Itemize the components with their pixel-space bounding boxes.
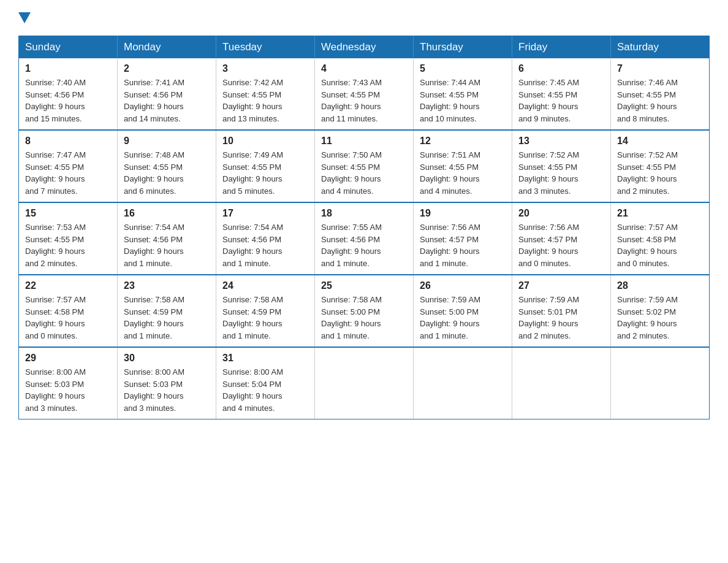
day-info: Sunrise: 7:51 AM Sunset: 4:55 PM Dayligh… — [420, 149, 506, 197]
calendar-table: SundayMondayTuesdayWednesdayThursdayFrid… — [18, 36, 710, 419]
day-info: Sunrise: 7:54 AM Sunset: 4:56 PM Dayligh… — [124, 221, 210, 269]
calendar-week-row: 1 Sunrise: 7:40 AM Sunset: 4:56 PM Dayli… — [19, 58, 710, 130]
day-number: 23 — [124, 280, 210, 291]
day-number: 4 — [321, 63, 407, 74]
calendar-cell — [512, 347, 611, 419]
header-thursday: Thursday — [414, 36, 512, 59]
day-number: 26 — [420, 280, 506, 291]
day-info: Sunrise: 8:00 AM Sunset: 5:03 PM Dayligh… — [25, 366, 111, 414]
day-number: 15 — [25, 208, 111, 219]
day-info: Sunrise: 7:45 AM Sunset: 4:55 PM Dayligh… — [518, 77, 604, 124]
day-number: 2 — [124, 63, 210, 74]
calendar-cell: 3 Sunrise: 7:42 AM Sunset: 4:55 PM Dayli… — [216, 58, 315, 130]
calendar-cell: 7 Sunrise: 7:46 AM Sunset: 4:55 PM Dayli… — [611, 58, 710, 130]
day-info: Sunrise: 7:56 AM Sunset: 4:57 PM Dayligh… — [420, 221, 506, 269]
header-sunday: Sunday — [19, 36, 118, 59]
calendar-cell: 19 Sunrise: 7:56 AM Sunset: 4:57 PM Dayl… — [414, 202, 512, 275]
day-number: 11 — [321, 136, 407, 147]
calendar-cell: 12 Sunrise: 7:51 AM Sunset: 4:55 PM Dayl… — [414, 130, 512, 202]
day-number: 19 — [420, 208, 506, 219]
header-wednesday: Wednesday — [315, 36, 414, 59]
day-info: Sunrise: 7:54 AM Sunset: 4:56 PM Dayligh… — [222, 221, 308, 269]
calendar-week-row: 8 Sunrise: 7:47 AM Sunset: 4:55 PM Dayli… — [19, 130, 710, 202]
calendar-cell: 10 Sunrise: 7:49 AM Sunset: 4:55 PM Dayl… — [216, 130, 315, 202]
calendar-cell: 22 Sunrise: 7:57 AM Sunset: 4:58 PM Dayl… — [19, 275, 118, 347]
day-info: Sunrise: 7:56 AM Sunset: 4:57 PM Dayligh… — [518, 221, 604, 269]
day-info: Sunrise: 7:52 AM Sunset: 4:55 PM Dayligh… — [617, 149, 703, 197]
calendar-cell: 27 Sunrise: 7:59 AM Sunset: 5:01 PM Dayl… — [512, 275, 611, 347]
day-info: Sunrise: 7:49 AM Sunset: 4:55 PM Dayligh… — [222, 149, 308, 197]
calendar-cell: 15 Sunrise: 7:53 AM Sunset: 4:55 PM Dayl… — [19, 202, 118, 275]
calendar-cell: 20 Sunrise: 7:56 AM Sunset: 4:57 PM Dayl… — [512, 202, 611, 275]
day-info: Sunrise: 7:58 AM Sunset: 4:59 PM Dayligh… — [222, 294, 308, 342]
day-info: Sunrise: 7:42 AM Sunset: 4:55 PM Dayligh… — [222, 77, 308, 124]
day-number: 27 — [518, 280, 604, 291]
day-number: 7 — [617, 63, 703, 74]
calendar-cell: 13 Sunrise: 7:52 AM Sunset: 4:55 PM Dayl… — [512, 130, 611, 202]
day-info: Sunrise: 7:59 AM Sunset: 5:02 PM Dayligh… — [617, 294, 703, 342]
day-number: 9 — [124, 136, 210, 147]
logo-triangle-icon — [18, 12, 31, 23]
day-number: 17 — [222, 208, 308, 219]
day-number: 18 — [321, 208, 407, 219]
calendar-header-row: SundayMondayTuesdayWednesdayThursdayFrid… — [19, 36, 710, 59]
header-monday: Monday — [118, 36, 216, 59]
header-saturday: Saturday — [611, 36, 710, 59]
calendar-cell: 26 Sunrise: 7:59 AM Sunset: 5:00 PM Dayl… — [414, 275, 512, 347]
calendar-cell: 24 Sunrise: 7:58 AM Sunset: 4:59 PM Dayl… — [216, 275, 315, 347]
calendar-cell: 11 Sunrise: 7:50 AM Sunset: 4:55 PM Dayl… — [315, 130, 414, 202]
day-info: Sunrise: 7:53 AM Sunset: 4:55 PM Dayligh… — [25, 221, 111, 269]
day-info: Sunrise: 7:58 AM Sunset: 4:59 PM Dayligh… — [124, 294, 210, 342]
calendar-cell: 5 Sunrise: 7:44 AM Sunset: 4:55 PM Dayli… — [414, 58, 512, 130]
day-info: Sunrise: 7:52 AM Sunset: 4:55 PM Dayligh… — [518, 149, 604, 197]
day-number: 8 — [25, 136, 111, 147]
logo-blue-text — [18, 12, 33, 25]
logo — [18, 12, 33, 25]
calendar-cell: 9 Sunrise: 7:48 AM Sunset: 4:55 PM Dayli… — [118, 130, 216, 202]
day-number: 28 — [617, 280, 703, 291]
day-number: 16 — [124, 208, 210, 219]
calendar-cell: 28 Sunrise: 7:59 AM Sunset: 5:02 PM Dayl… — [611, 275, 710, 347]
calendar-cell: 6 Sunrise: 7:45 AM Sunset: 4:55 PM Dayli… — [512, 58, 611, 130]
calendar-cell: 4 Sunrise: 7:43 AM Sunset: 4:55 PM Dayli… — [315, 58, 414, 130]
day-number: 10 — [222, 136, 308, 147]
calendar-cell: 16 Sunrise: 7:54 AM Sunset: 4:56 PM Dayl… — [118, 202, 216, 275]
day-number: 29 — [25, 353, 111, 364]
day-info: Sunrise: 7:59 AM Sunset: 5:00 PM Dayligh… — [420, 294, 506, 342]
day-info: Sunrise: 7:59 AM Sunset: 5:01 PM Dayligh… — [518, 294, 604, 342]
day-number: 14 — [617, 136, 703, 147]
day-number: 12 — [420, 136, 506, 147]
day-info: Sunrise: 7:50 AM Sunset: 4:55 PM Dayligh… — [321, 149, 407, 197]
day-info: Sunrise: 8:00 AM Sunset: 5:04 PM Dayligh… — [222, 366, 308, 414]
day-number: 20 — [518, 208, 604, 219]
day-info: Sunrise: 7:57 AM Sunset: 4:58 PM Dayligh… — [617, 221, 703, 269]
day-number: 5 — [420, 63, 506, 74]
calendar-cell: 2 Sunrise: 7:41 AM Sunset: 4:56 PM Dayli… — [118, 58, 216, 130]
calendar-cell: 25 Sunrise: 7:58 AM Sunset: 5:00 PM Dayl… — [315, 275, 414, 347]
header — [18, 12, 710, 25]
calendar-cell: 31 Sunrise: 8:00 AM Sunset: 5:04 PM Dayl… — [216, 347, 315, 419]
day-number: 3 — [222, 63, 308, 74]
day-info: Sunrise: 7:47 AM Sunset: 4:55 PM Dayligh… — [25, 149, 111, 197]
calendar-cell: 14 Sunrise: 7:52 AM Sunset: 4:55 PM Dayl… — [611, 130, 710, 202]
day-info: Sunrise: 7:57 AM Sunset: 4:58 PM Dayligh… — [25, 294, 111, 342]
day-info: Sunrise: 7:40 AM Sunset: 4:56 PM Dayligh… — [25, 77, 111, 124]
calendar-cell: 1 Sunrise: 7:40 AM Sunset: 4:56 PM Dayli… — [19, 58, 118, 130]
day-info: Sunrise: 7:43 AM Sunset: 4:55 PM Dayligh… — [321, 77, 407, 124]
day-number: 13 — [518, 136, 604, 147]
day-number: 25 — [321, 280, 407, 291]
calendar-cell: 23 Sunrise: 7:58 AM Sunset: 4:59 PM Dayl… — [118, 275, 216, 347]
day-number: 21 — [617, 208, 703, 219]
calendar-week-row: 29 Sunrise: 8:00 AM Sunset: 5:03 PM Dayl… — [19, 347, 710, 419]
day-info: Sunrise: 7:58 AM Sunset: 5:00 PM Dayligh… — [321, 294, 407, 342]
calendar-cell — [611, 347, 710, 419]
calendar-cell — [315, 347, 414, 419]
day-number: 6 — [518, 63, 604, 74]
calendar-week-row: 15 Sunrise: 7:53 AM Sunset: 4:55 PM Dayl… — [19, 202, 710, 275]
calendar-cell: 30 Sunrise: 8:00 AM Sunset: 5:03 PM Dayl… — [118, 347, 216, 419]
calendar-cell: 21 Sunrise: 7:57 AM Sunset: 4:58 PM Dayl… — [611, 202, 710, 275]
day-info: Sunrise: 7:41 AM Sunset: 4:56 PM Dayligh… — [124, 77, 210, 124]
day-info: Sunrise: 7:48 AM Sunset: 4:55 PM Dayligh… — [124, 149, 210, 197]
day-number: 22 — [25, 280, 111, 291]
calendar-cell — [414, 347, 512, 419]
